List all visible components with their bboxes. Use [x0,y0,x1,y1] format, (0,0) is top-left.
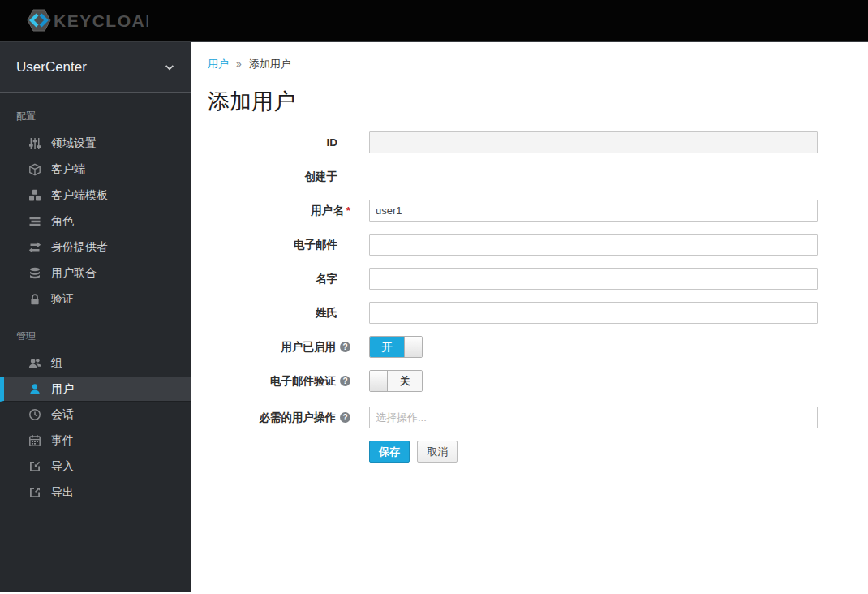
breadcrumb-current: 添加用户 [249,57,291,71]
calendar-icon [28,434,41,447]
sidebar: UserCenter 配置 领域设置 客户端 [0,42,191,592]
sidebar-item-user-federation[interactable]: 用户联合 [0,260,191,286]
toggle-off-segment: 关 [388,371,422,391]
email-input[interactable] [369,234,818,256]
sidebar-item-label: 身份提供者 [51,240,108,255]
sidebar-item-label: 验证 [51,292,74,307]
cube-icon [28,163,41,176]
email-label: 电子邮件 [208,234,350,256]
sidebar-item-label: 组 [51,356,62,371]
breadcrumb-link-users[interactable]: 用户 [208,58,229,70]
sidebar-item-client-templates[interactable]: 客户端模板 [0,183,191,209]
sidebar-item-label: 用户 [51,382,74,397]
list-icon [28,215,41,228]
sidebar-item-authentication[interactable]: 验证 [0,286,191,312]
save-button[interactable]: 保存 [369,441,410,463]
last-name-label: 姓氏 [208,302,350,324]
created-at-label: 创建于 [208,166,350,187]
first-name-input[interactable] [369,268,818,290]
exchange-icon [28,241,41,254]
keycloak-logo-text: KEYCLOAK [54,11,148,30]
sidebar-item-label: 用户联合 [51,266,97,281]
form-row-required-actions: 必需的用户操作? [208,407,868,428]
keycloak-logo-icon: KEYCLOAK [20,6,148,34]
sidebar-item-import[interactable]: 导入 [0,454,191,480]
form-row-username: 用户名* [208,200,868,222]
required-actions-select[interactable] [369,407,818,428]
sidebar-item-label: 角色 [51,214,74,229]
toggle-on-segment: 开 [370,337,404,357]
sidebar-item-groups[interactable]: 组 [0,351,191,377]
last-name-input[interactable] [369,302,818,324]
form-row-email: 电子邮件 [208,234,868,256]
id-label: ID [208,131,350,153]
username-input[interactable] [369,200,818,222]
sidebar-item-label: 导入 [51,459,74,474]
help-icon[interactable]: ? [340,342,350,352]
add-user-form: ID 创建于 用户名* 电子邮件 名字 姓氏 [208,131,868,463]
form-row-user-enabled: 用户已启用? 开 [208,336,868,358]
form-row-email-verified: 电子邮件验证? 关 [208,370,868,394]
help-icon[interactable]: ? [340,376,350,386]
sidebar-section-manage: 管理 [0,312,191,351]
sidebar-item-label: 导出 [51,485,74,500]
toggle-handle [370,371,388,391]
user-enabled-toggle[interactable]: 开 [369,336,423,358]
sliders-icon [28,137,41,150]
sidebar-section-configure: 配置 [0,93,191,131]
form-row-id: ID [208,131,868,153]
user-enabled-label: 用户已启用 [281,341,337,353]
page-title: 添加用户 [208,89,868,114]
sidebar-item-label: 客户端 [51,162,85,177]
import-icon [28,460,41,473]
main-content: 用户 » 添加用户 添加用户 ID 创建于 用户名* 电子邮件 [191,42,868,592]
export-icon [28,486,41,499]
user-icon [28,383,41,396]
realm-selector[interactable]: UserCenter [0,42,191,93]
users-icon [28,357,41,370]
cubes-icon [28,189,41,202]
realm-name: UserCenter [16,59,87,75]
form-row-buttons: 保存 取消 [208,441,868,463]
form-row-created-at: 创建于 [208,166,868,187]
sidebar-item-identity-providers[interactable]: 身份提供者 [0,235,191,260]
sidebar-item-label: 会话 [51,407,74,422]
sidebar-item-roles[interactable]: 角色 [0,209,191,235]
required-asterisk: * [346,204,350,217]
clock-icon [28,408,41,421]
toggle-handle [404,337,422,357]
sidebar-item-label: 领域设置 [51,136,97,151]
database-icon [28,267,41,280]
sidebar-item-realm-settings[interactable]: 领域设置 [0,131,191,157]
sidebar-item-label: 客户端模板 [51,188,108,203]
first-name-label: 名字 [208,268,350,290]
form-row-first-name: 名字 [208,268,868,290]
sidebar-item-events[interactable]: 事件 [0,428,191,454]
breadcrumb-separator: » [236,58,242,70]
cancel-button[interactable]: 取消 [417,441,458,463]
required-actions-label: 必需的用户操作 [260,411,337,424]
help-icon[interactable]: ? [340,412,350,423]
email-verified-label: 电子邮件验证 [270,375,336,387]
chevron-down-icon [164,62,175,73]
top-navbar: KEYCLOAK [0,0,868,42]
breadcrumb: 用户 » 添加用户 [208,57,868,71]
form-row-last-name: 姓氏 [208,302,868,324]
lock-icon [28,293,41,306]
keycloak-logo[interactable]: KEYCLOAK [20,6,148,34]
sidebar-item-export[interactable]: 导出 [0,480,191,506]
id-input [369,131,818,153]
email-verified-toggle[interactable]: 关 [369,370,423,392]
sidebar-item-sessions[interactable]: 会话 [0,402,191,428]
sidebar-item-users[interactable]: 用户 [0,377,191,402]
sidebar-nav: 配置 领域设置 客户端 客 [0,93,191,506]
sidebar-item-label: 事件 [51,433,74,448]
username-label: 用户名 [311,204,344,217]
sidebar-item-clients[interactable]: 客户端 [0,157,191,183]
